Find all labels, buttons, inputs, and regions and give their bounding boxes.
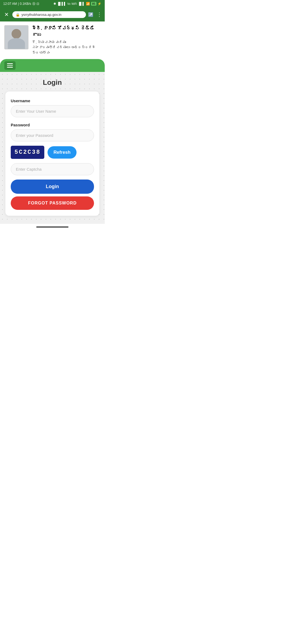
signal-icon: ▐▌▌▌: [57, 2, 66, 6]
status-bar: 12:07 AM | 0.1KB/s Ⓑ ⊡ ✱ ▐▌▌▌ Vo WiFi ▐▌…: [0, 0, 105, 8]
captcha-input[interactable]: [11, 163, 94, 175]
hamburger-line-3: [7, 67, 13, 68]
home-indicator: [0, 224, 105, 230]
hamburger-line-1: [7, 63, 13, 64]
captcha-value: 5C2C38: [15, 149, 41, 156]
time-display: 12:07 AM: [3, 2, 17, 6]
person-photo: [5, 26, 28, 49]
url-text: ysrrythubharosa.ap.gov.in: [21, 13, 61, 17]
hamburger-menu-button[interactable]: [4, 61, 16, 70]
minister-role: గౌ. వ్యవసాయ మరియు సహకారమంత్రివర్యులు ఆంధ…: [32, 40, 100, 56]
b-icon: Ⓑ: [32, 2, 35, 6]
header-section: శ్రీ. కాకాని గోవర్థన్ రెడ్డి గారు గౌ. వ్…: [0, 21, 105, 55]
close-tab-button[interactable]: ✕: [3, 11, 10, 18]
charging-icon: ⚡: [97, 2, 102, 6]
hamburger-line-2: [7, 65, 13, 66]
share-icon[interactable]: ↗️: [88, 12, 93, 17]
wifi-label: WiFi: [71, 2, 77, 5]
login-title: Login: [5, 78, 99, 87]
login-button[interactable]: Login: [11, 180, 94, 194]
network-speed: |: [18, 2, 19, 6]
login-section: Login Username Password 5C2C38 Refresh L…: [0, 72, 105, 224]
lock-icon: 🔒: [16, 13, 20, 17]
status-right: ✱ ▐▌▌▌ Vo WiFi ▐▌▌ 📶 85 ⚡: [53, 2, 102, 6]
minister-name: శ్రీ. కాకాని గోవర్థన్ రెడ్డి గారు: [32, 25, 100, 38]
captcha-row: 5C2C38 Refresh: [11, 146, 94, 159]
username-label: Username: [11, 98, 94, 103]
username-input[interactable]: [11, 105, 94, 117]
status-left: 12:07 AM | 0.1KB/s Ⓑ ⊡: [3, 2, 39, 6]
sim-icon: ⊡: [37, 2, 39, 6]
header-text: శ్రీ. కాకాని గోవర్థన్ రెడ్డి గారు గౌ. వ్…: [32, 25, 100, 55]
wifi-icon: 📶: [86, 2, 90, 6]
data-speed: 0.1KB/s: [20, 2, 31, 6]
avatar: [4, 25, 28, 49]
nav-bar: [0, 59, 105, 72]
forgot-password-button[interactable]: FORGOT PASSWORD: [11, 196, 94, 210]
login-card: Username Password 5C2C38 Refresh Login F…: [5, 92, 99, 216]
password-input[interactable]: [11, 129, 94, 141]
more-options-icon[interactable]: ⋮: [97, 11, 102, 18]
home-bar: [36, 226, 68, 228]
signal2-icon: ▐▌▌: [78, 2, 85, 6]
bluetooth-icon: ✱: [53, 2, 56, 6]
refresh-button[interactable]: Refresh: [48, 146, 76, 159]
url-bar[interactable]: 🔒 ysrrythubharosa.ap.gov.in: [12, 11, 86, 18]
battery-icon: 85: [91, 2, 96, 6]
password-label: Password: [11, 123, 94, 127]
browser-actions: ↗️ ⋮: [88, 11, 102, 18]
browser-bar: ✕ 🔒 ysrrythubharosa.ap.gov.in ↗️ ⋮: [0, 8, 105, 21]
captcha-image: 5C2C38: [11, 146, 44, 159]
vo-label: Vo: [67, 2, 71, 5]
